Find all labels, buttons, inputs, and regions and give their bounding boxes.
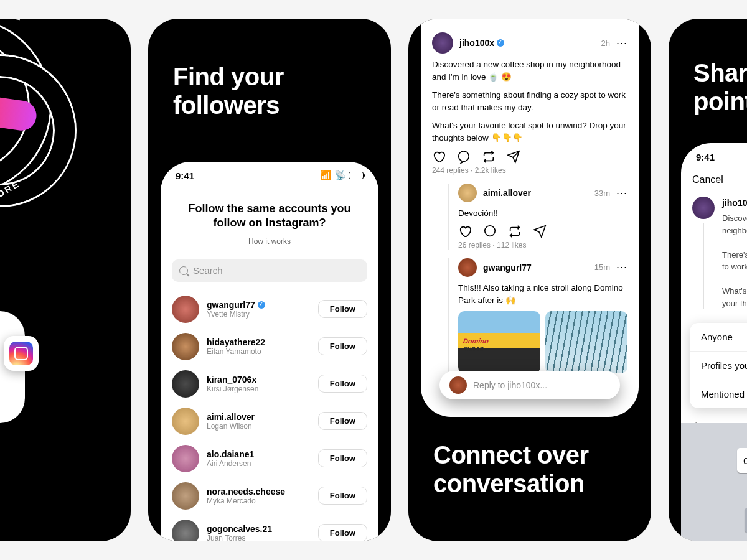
avatar[interactable] — [172, 296, 199, 323]
reply-placeholder: Reply to jiho100x... — [473, 380, 547, 390]
battery-icon — [349, 172, 364, 179]
account-row[interactable]: gogoncalves.21 Juan Torres Follow — [161, 515, 378, 541]
compose-area[interactable]: jiho100x Discovered a new neighborhood a… — [681, 189, 747, 317]
promo-panel-4: Shar point 9:41 Cancel Ne jiho100x Disco… — [669, 19, 747, 541]
status-bar: 9:41 — [681, 143, 747, 170]
repost-icon[interactable] — [508, 225, 522, 238]
more-icon[interactable]: ··· — [616, 261, 627, 274]
status-time: 9:41 — [176, 170, 194, 181]
svg-point-0 — [459, 151, 469, 162]
instagram-icon — [4, 336, 39, 371]
like-icon[interactable] — [458, 225, 472, 238]
cancel-button[interactable]: Cancel — [692, 174, 723, 185]
account-realname: Airi Andersen — [207, 459, 311, 468]
comment-icon[interactable] — [457, 150, 471, 164]
account-realname: Yvette Mistry — [207, 310, 311, 319]
more-icon[interactable]: ··· — [616, 37, 627, 50]
shift-key[interactable]: ⇧ — [745, 508, 748, 533]
signal-icon: 📶 — [320, 170, 332, 181]
account-list: gwangurl77 Yvette Mistry Follow hidayath… — [161, 291, 378, 541]
follow-button[interactable]: Follow — [318, 337, 367, 355]
avatar[interactable] — [172, 445, 199, 472]
like-icon[interactable] — [432, 150, 446, 164]
post-body: Discovered a new coffee shop in my neigh… — [432, 58, 627, 144]
account-row[interactable]: gwangurl77 Yvette Mistry Follow — [161, 291, 378, 328]
verified-icon — [497, 39, 504, 47]
account-row[interactable]: kiran_0706x Kirsi Jørgensen Follow — [161, 365, 378, 403]
share-icon[interactable] — [533, 225, 547, 238]
post-username[interactable]: aimi.allover — [483, 188, 588, 198]
thread-reply[interactable]: aimi.allover 33m ··· Devoción!! 26 repli… — [448, 184, 627, 250]
account-realname: Logan Wilson — [207, 422, 311, 431]
menu-item-mentioned[interactable]: Mentioned only — [690, 380, 747, 408]
follow-button[interactable]: Follow — [318, 375, 367, 393]
follow-button[interactable]: Follow — [318, 449, 367, 467]
search-input[interactable]: Search — [172, 259, 367, 282]
post-username[interactable]: gwangurl77 — [483, 263, 588, 273]
post-body: This!!! Also taking a nice stroll along … — [458, 282, 627, 306]
account-row[interactable]: alo.daiane1 Airi Andersen Follow — [161, 440, 378, 477]
promo-panel-2: Find your followers 9:41 📶 📡 Follow the … — [148, 19, 391, 541]
avatar[interactable] — [172, 408, 199, 435]
follow-button[interactable]: Follow — [318, 412, 367, 430]
panel-title: Connect over conversation — [433, 441, 589, 498]
account-username[interactable]: nora.needs.cheese — [207, 487, 311, 497]
thread-reply[interactable]: gwangurl77 15m ··· This!!! Also taking a… — [448, 258, 627, 373]
post-stats[interactable]: 244 replies · 2.2k likes — [432, 166, 627, 175]
thread-post[interactable]: jiho100x 2h ··· Discovered a new coffee … — [421, 26, 639, 380]
account-row[interactable]: aimi.allover Logan Wilson Follow — [161, 403, 378, 440]
instagram-card: unts — [0, 311, 25, 423]
avatar[interactable] — [458, 258, 477, 277]
ring-word: SAY MORE — [0, 19, 24, 22]
avatar[interactable] — [172, 520, 199, 541]
compose-username: jiho100x — [722, 197, 747, 210]
account-username[interactable]: hidayathere22 — [207, 337, 311, 347]
follow-button[interactable]: Follow — [318, 300, 367, 318]
avatar[interactable] — [172, 333, 199, 360]
keyboard-key[interactable]: q — [737, 448, 747, 473]
status-time: 9:41 — [696, 152, 715, 162]
promo-panel-3: jiho100x 2h ··· Discovered a new coffee … — [408, 19, 651, 541]
account-username[interactable]: gogoncalves.21 — [207, 524, 311, 534]
account-username[interactable]: aimi.allover — [207, 412, 311, 422]
more-icon[interactable]: ··· — [616, 187, 627, 200]
post-stats[interactable]: 26 replies · 112 likes — [458, 241, 627, 250]
wifi-icon: 📡 — [334, 170, 346, 181]
account-username[interactable]: gwangurl77 — [207, 300, 311, 310]
share-icon[interactable] — [507, 150, 520, 164]
keyboard: I qwert asdf ⇧zxc — [681, 423, 747, 541]
phone-mockup: 9:41 Cancel Ne jiho100x Discovered a new… — [681, 143, 747, 541]
panel-title: Shar point — [693, 58, 747, 116]
post-image[interactable]: Domino SUGAR — [458, 311, 540, 373]
account-realname: Eitan Yamamoto — [207, 347, 311, 356]
avatar[interactable] — [432, 32, 453, 54]
avatar[interactable] — [172, 370, 199, 398]
onboarding-heading: Follow the same accounts you follow on I… — [179, 202, 360, 231]
follow-button[interactable]: Follow — [318, 487, 367, 505]
comment-icon[interactable] — [483, 225, 497, 238]
menu-item-anyone[interactable]: Anyone — [690, 323, 747, 352]
phone-mockup: 9:41 📶 📡 Follow the same accounts you fo… — [161, 162, 378, 541]
account-row[interactable]: hidayathere22 Eitan Yamamoto Follow — [161, 328, 378, 365]
post-username[interactable]: jiho100x — [459, 38, 595, 48]
avatar[interactable] — [458, 184, 477, 202]
status-bar: 9:41 📶 📡 — [161, 162, 378, 189]
account-realname: Juan Torres — [207, 534, 311, 541]
account-realname: Kirsi Jørgensen — [207, 385, 311, 393]
reply-input[interactable]: Reply to jiho100x... — [439, 371, 620, 399]
panel-title: Find your followers — [173, 62, 284, 119]
menu-item-following[interactable]: Profiles you follow — [690, 352, 747, 380]
promo-panel-1: SAY MORE SAY MORE SAY MORE ADS THR unts … — [0, 19, 131, 541]
how-it-works-link[interactable]: How it works — [179, 237, 360, 246]
account-row[interactable]: nora.needs.cheese Myka Mercado Follow — [161, 477, 378, 515]
post-image[interactable] — [545, 311, 627, 373]
follow-button[interactable]: Follow — [318, 524, 367, 541]
avatar[interactable] — [172, 482, 199, 510]
account-username[interactable]: kiran_0706x — [207, 375, 311, 385]
post-timestamp: 15m — [594, 263, 610, 272]
account-username[interactable]: alo.daiane1 — [207, 449, 311, 459]
account-realname: Myka Mercado — [207, 497, 311, 505]
reply-audience-menu: Anyone Profiles you follow Mentioned onl… — [690, 323, 747, 408]
avatar — [449, 376, 467, 394]
repost-icon[interactable] — [482, 150, 496, 164]
